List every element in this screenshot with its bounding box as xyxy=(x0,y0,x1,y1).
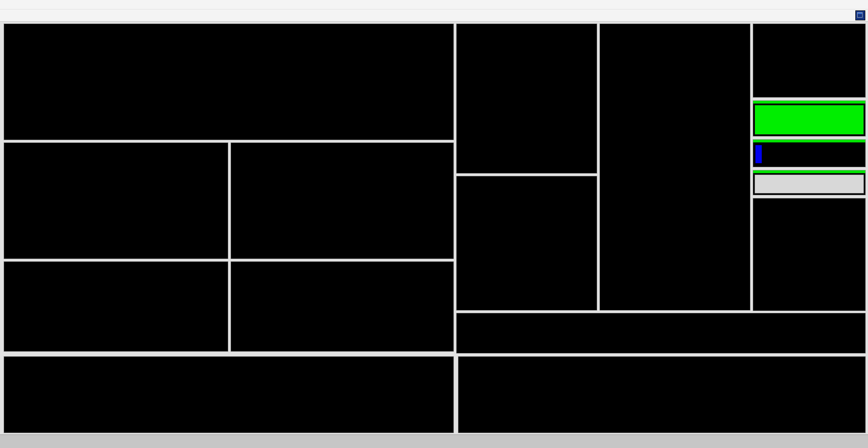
chart-panel-wheel-speeds[interactable] xyxy=(4,261,228,352)
radio-label xyxy=(755,174,864,193)
temperature-gauges-panel xyxy=(4,356,454,433)
toolbar xyxy=(0,9,868,22)
channel-value-table[interactable] xyxy=(456,24,597,174)
status-buttons-panel xyxy=(753,198,866,311)
radio-button[interactable] xyxy=(753,170,866,195)
gear-channel-swatch xyxy=(755,145,762,163)
widget-header-strip xyxy=(753,140,865,142)
track-map[interactable] xyxy=(456,176,597,311)
widget-header-strip xyxy=(753,170,865,173)
app-grid-icon[interactable] xyxy=(855,10,865,20)
alarm-channel-table[interactable] xyxy=(753,24,866,98)
sheet-tab-bar xyxy=(0,434,868,448)
widget-header-strip xyxy=(753,101,865,104)
lap-comparison-table[interactable] xyxy=(456,313,866,354)
app-window xyxy=(0,0,868,448)
gear-display[interactable] xyxy=(753,139,866,167)
chart-panel-status-collector[interactable] xyxy=(231,261,454,352)
fuel-indicator-label xyxy=(755,105,864,135)
pressure-gauges-panel xyxy=(458,356,866,433)
menu-bar xyxy=(0,0,868,9)
fuel-indicator-button[interactable] xyxy=(753,100,866,137)
chart-panel-tcs-trq[interactable] xyxy=(4,24,454,140)
chart-panel-brake-temps[interactable] xyxy=(4,142,228,259)
status-light-grid xyxy=(599,24,750,311)
chart-panel-tyre-pressures[interactable] xyxy=(231,142,454,259)
